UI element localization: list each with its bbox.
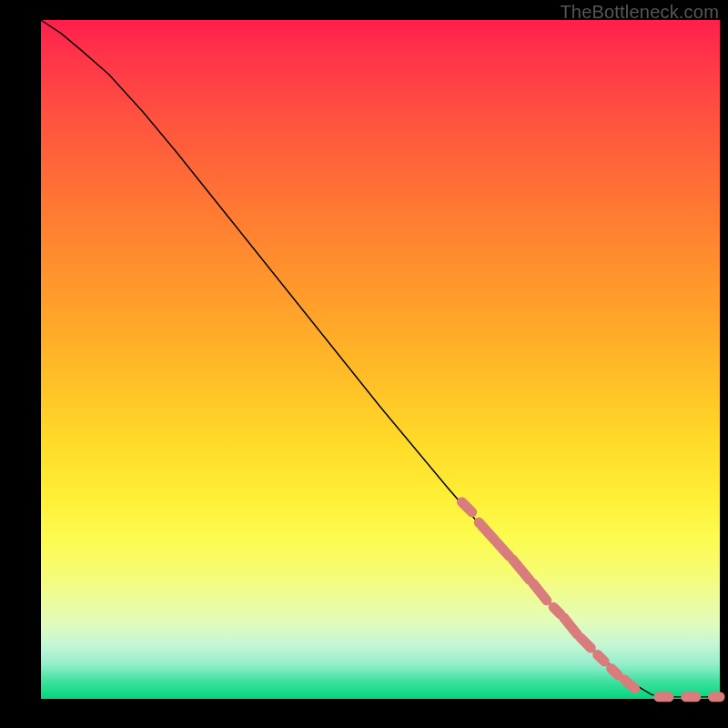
dash-segment: [479, 522, 510, 556]
plot-area: [41, 20, 720, 699]
dash-segment: [512, 560, 530, 580]
dash-segment: [598, 655, 604, 662]
dash-segment: [625, 680, 635, 689]
dash-segment: [563, 617, 577, 634]
dash-group: [462, 502, 720, 697]
dash-segment: [612, 668, 618, 674]
chart-overlay-svg: [41, 20, 720, 699]
attribution-text: TheBottleneck.com: [560, 2, 719, 23]
dash-segment: [581, 638, 591, 648]
curve-path: [41, 20, 720, 697]
dash-segment: [533, 583, 547, 601]
chart-stage: TheBottleneck.com: [0, 0, 728, 728]
dash-segment: [553, 607, 560, 613]
dash-segment: [462, 502, 472, 512]
